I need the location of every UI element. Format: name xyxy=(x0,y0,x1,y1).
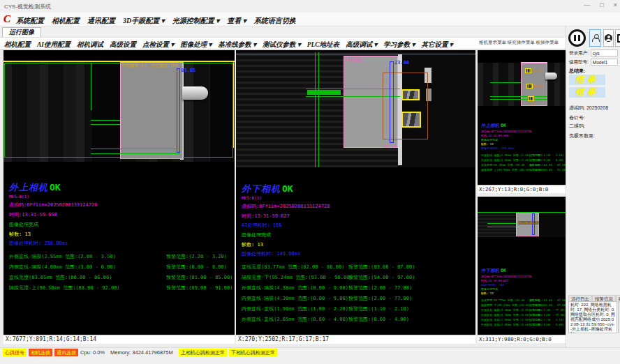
comm-link-indicator: 通讯连接 xyxy=(54,349,78,356)
operator-button[interactable] xyxy=(603,29,614,47)
sidebar: 登录用户: cys 使用型号: Model1 总结果: 结果 结果 虚拟码: 2… xyxy=(566,26,620,347)
search-region-rect xyxy=(4,63,233,158)
thumbnail-upper-camera[interactable]: 90.56 83.05 2.95 外上相机OK 虚拟码:0Ff1im=20250… xyxy=(478,50,566,193)
vcode-value: 20250208 xyxy=(586,105,608,110)
heartbeat-indicator: 心跳信号 xyxy=(3,349,27,356)
menu-item[interactable]: 相机配置 xyxy=(52,17,80,24)
menu-item[interactable]: 系统语言切换 xyxy=(254,17,296,24)
camera-view-upper[interactable]: 平均阈值:93, 动态阈值:100 83.05 外上相机OK MES:B(1) … xyxy=(3,50,235,344)
edge-marker-green xyxy=(307,90,341,95)
neg-tab-count-label: 负极耳数量: xyxy=(569,132,595,139)
camera-view-lower[interactable]: AI检测框 23.80 95.24 外下相机OK MES:B(1) 虚拟码:0F… xyxy=(236,50,475,344)
toolbar-item[interactable]: AI使用配置 xyxy=(37,41,71,48)
camera-info-upper: 外上相机OK MES:B(1) 虚拟码:0Ff1im=2025020813312… xyxy=(9,180,232,295)
login-user-button[interactable] xyxy=(589,29,601,47)
mes-sub-label: MES:B(1) xyxy=(242,195,473,200)
edge-line-vertical xyxy=(318,52,319,167)
measurement-row: 直线宽度(83.77mm 范围:(82.00 - 88.00)预警范围:(83.… xyxy=(242,264,473,274)
exit-button[interactable] xyxy=(615,29,620,47)
toolbar-item[interactable]: PLC地址表 xyxy=(307,41,339,48)
measurement-row: 外侧直线-隔膜(4.38mm 范围:(0.00 - 9.00)预警范围:(2.0… xyxy=(242,285,473,295)
thumb-annotation: 83.05 xyxy=(533,84,543,88)
toolbar-item[interactable]: 学习参数 ▾ xyxy=(383,41,415,48)
thumbnail-lower-camera[interactable]: 95.24 83.77 外下相机OK 虚拟码:0Ff1im=2025020813… xyxy=(478,197,566,343)
login-user-value[interactable]: cys xyxy=(591,50,618,56)
baseline-yellow xyxy=(3,61,235,62)
minimize-button[interactable]: — xyxy=(584,1,590,8)
measurement-row: 隔膜宽度-下(95.24mm 范围:(93.00 - 98.00)预警范围:(9… xyxy=(242,274,473,285)
measurement-list: 外侧直线-隔膜(2.95mm 范围:(2.00 - 3.50)预警范围:(2.2… xyxy=(9,253,232,295)
user-dark-icon xyxy=(605,34,612,42)
toolbar-item[interactable]: 相机配置 xyxy=(4,41,31,48)
done-line: 图像处理完成 xyxy=(242,232,473,238)
ai-box-label: AI检测框 xyxy=(346,57,363,63)
thumb-annotation: 90.56 xyxy=(532,69,542,73)
toolbar-item[interactable]: 测试仪参数 ▾ xyxy=(263,41,301,48)
width-value-label: 23.80 xyxy=(394,60,409,66)
measurement-row: 外侧直线-隔膜(2.95mm 范围:(2.00 - 3.50)预警范围:(2.2… xyxy=(9,253,232,264)
log-scrollbar[interactable] xyxy=(618,301,619,333)
menu-item[interactable]: 系统配置 xyxy=(16,17,44,24)
frame-line: 帧数: 13 xyxy=(9,231,232,238)
reel-label: 卷针号: xyxy=(569,114,585,121)
done-line: 图像处理完成 xyxy=(9,221,232,228)
toolbar-item[interactable]: 图像处理 ▾ xyxy=(180,41,212,48)
thumb-info-lower: 外下相机OK 虚拟码:0Ff1im=20250208133124728 时间:1… xyxy=(481,261,564,327)
tab-detect-box-2 xyxy=(401,112,421,128)
ai-time-line: AI处理耗时: 166 xyxy=(242,222,473,229)
camera-name: 外上相机 xyxy=(9,182,48,192)
measure-line-green xyxy=(91,153,180,154)
lower-camera-heartbeat-status: 下相机心跳检测正常 xyxy=(229,349,277,356)
measurement-list: 直线宽度(83.77mm 范围:(82.00 - 88.00)预警范围:(83.… xyxy=(242,264,473,326)
measurement-row: 内侧直线-直线(1.90mm 范围:(1.00 - 2.20)预警范围:(1.1… xyxy=(242,305,473,316)
pause-button[interactable] xyxy=(568,29,586,47)
time-line: 时间:13-31-59-627 xyxy=(242,213,473,220)
camera-name: 外下相机 xyxy=(242,183,281,194)
maximize-button[interactable]: □ xyxy=(600,1,603,8)
tab-strip: 运行图像 xyxy=(0,26,566,37)
total-result-label: 总结果: xyxy=(569,68,585,75)
barcode-line: 虚拟码:0Ff1im=20250208133124728 xyxy=(9,202,232,208)
measurement-row: 内侧直线-隔膜(4.60mm 范围:(3.00 - 6.00)预警范围:(0.0… xyxy=(9,264,232,274)
toolbar-items: 相机配置AI使用配置相机调试高级设置点检设置 ▾图像处理 ▾基准线参数 ▾测试仪… xyxy=(4,37,459,50)
thumb-info-upper: 外上相机OK 虚拟码:0Ff1im=20250208133124728 时间:1… xyxy=(481,116,564,172)
close-button[interactable]: × xyxy=(614,1,617,8)
tab-connector-blob xyxy=(182,86,208,100)
model-value[interactable]: Model1 xyxy=(591,59,618,66)
measurement-row: 内侧直线-隔膜(4.38mm 范围:(0.00 - 9.00)预警范围:(2.0… xyxy=(242,295,473,305)
menu-item[interactable]: 通讯配置 xyxy=(87,17,115,24)
toolbar-item[interactable]: 点检设置 ▾ xyxy=(142,41,174,48)
qr-label: 二维码: xyxy=(569,123,585,130)
pixel-status-lower: X:270;Y:2502;R:17;G:17;B:17 xyxy=(236,335,475,344)
toolbar-item[interactable]: 高级设置 xyxy=(110,41,136,48)
upper-camera-heartbeat-status: 上相机心跳检测正常 xyxy=(179,349,227,356)
menu-item[interactable]: 光源控制配置 ▾ xyxy=(172,17,220,24)
frame-line: 帧数: 13 xyxy=(242,241,473,248)
app-window: { "window": { "title": "CYS-视觉检测系统", "mi… xyxy=(0,0,620,364)
thumb-annotation: 2.95 xyxy=(529,103,537,106)
menu-items: 系统配置相机配置通讯配置3D手眼配置 ▾光源控制配置 ▾查看 ▾系统语言切换 xyxy=(16,13,304,26)
result-badge-lower: 结果 xyxy=(569,87,605,98)
separator-roi-rect xyxy=(120,62,183,159)
time-line: 时间:13-31-59-650 xyxy=(9,211,232,218)
titlebar: CYS-视觉检测系统 — □ × xyxy=(0,0,620,13)
tab-run-image[interactable]: 运行图像 xyxy=(2,27,41,37)
menubar: C 系统配置相机配置通讯配置3D手眼配置 ▾光源控制配置 ▾查看 ▾系统语言切换 xyxy=(0,13,620,26)
toolbar-item[interactable]: 其它设置 ▾ xyxy=(421,41,452,48)
cpu-usage: Cpu: 0.0% xyxy=(80,349,105,356)
view-header-links[interactable]: 相机显示菜单 研究操作菜单 板操作菜单 xyxy=(479,40,564,46)
result-badge-upper: 结果 xyxy=(569,75,605,85)
width-measure-box xyxy=(177,68,180,153)
toolbar-item[interactable]: 基准线参数 ▾ xyxy=(218,41,256,48)
vcode-row: 虚拟码: 20250208 xyxy=(569,105,608,112)
window-title: CYS-视觉检测系统 xyxy=(4,3,51,10)
app-logo-icon: C xyxy=(3,13,10,25)
width-value-label: 83.05 xyxy=(181,68,195,73)
menu-item[interactable]: 3D手眼配置 ▾ xyxy=(123,17,165,24)
toolbar-item[interactable]: 相机调试 xyxy=(77,41,103,48)
toolbar-item[interactable]: 高级调试 ▾ xyxy=(346,41,377,48)
log-output[interactable]: 耗时: 222, 网络检测耗时: 17, 网络分类耗时: 0, 网络提取分区耗时… xyxy=(568,301,617,333)
pink-value-label: 95.24 xyxy=(384,144,397,149)
result-ok-badge: OK xyxy=(50,182,61,192)
menu-item[interactable]: 查看 ▾ xyxy=(227,17,246,24)
